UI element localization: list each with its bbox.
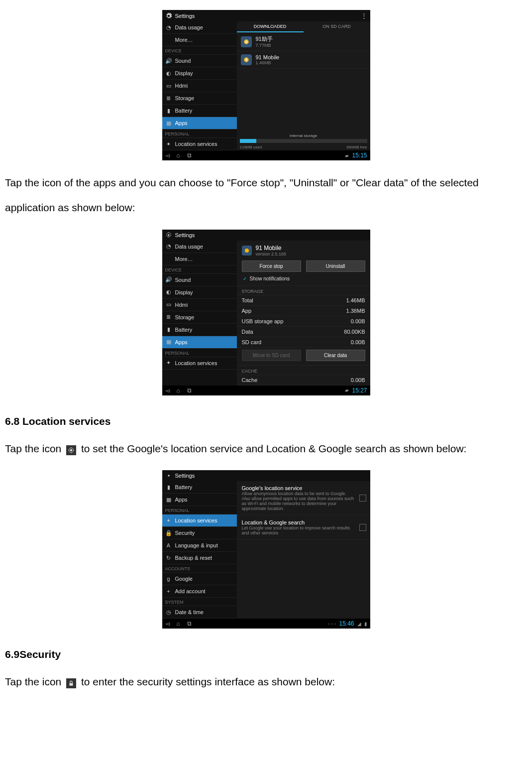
sidebar-item-google[interactable]: gGoogle — [162, 573, 237, 585]
clock-icon: ◷ — [165, 609, 172, 616]
sidebar-item-location[interactable]: ✦Location services — [162, 514, 237, 527]
app-icon — [242, 246, 252, 256]
home-button[interactable]: ⌂ — [177, 387, 180, 394]
sidebar-item-security[interactable]: 🔒Security — [162, 527, 237, 539]
back-button[interactable]: ◅ — [165, 620, 170, 627]
sidebar-item-storage[interactable]: ≣Storage — [162, 92, 237, 105]
wifi-icon: ◢ — [357, 621, 361, 627]
display-icon: ◐ — [165, 70, 172, 77]
sidebar-item-display[interactable]: ◐Display — [162, 67, 237, 80]
item-subtitle: Let Google use your location to improve … — [242, 525, 355, 535]
recent-button[interactable]: ⧉ — [187, 387, 192, 394]
sidebar-section-personal: PERSONAL — [162, 129, 237, 138]
app-size: 7.77MB — [256, 43, 273, 48]
back-button[interactable]: ◅ — [165, 387, 170, 394]
uninstall-button[interactable]: Uninstall — [306, 260, 365, 272]
location-icon: ✦ — [165, 517, 172, 524]
battery-icon: ▮ — [165, 326, 172, 333]
kv-sd-value: 0.00B — [351, 339, 365, 345]
sidebar-item-hdmi[interactable]: ▭Hdmi — [162, 299, 237, 311]
sidebar-item-sound[interactable]: 🔊Sound — [162, 274, 237, 286]
svg-rect-7 — [70, 683, 73, 686]
apps-icon: ▦ — [165, 496, 172, 503]
svg-point-3 — [245, 249, 249, 253]
paragraph: Tap the icon of the apps and you can cho… — [5, 170, 527, 221]
sound-icon: 🔊 — [165, 276, 172, 283]
home-button[interactable]: ⌂ — [177, 152, 180, 159]
app-name: 91助手 — [256, 35, 273, 43]
plus-icon: + — [165, 588, 172, 595]
storage-indicator: Internal storage 118MB used 890MB free — [237, 131, 370, 150]
checkbox[interactable] — [359, 524, 366, 531]
google-location-service-toggle[interactable]: Google's location service Allow anonymou… — [237, 481, 370, 515]
sidebar-item-date-time[interactable]: ◷Date & time — [162, 606, 237, 619]
sidebar-item-battery[interactable]: ▮Battery — [162, 481, 237, 494]
sidebar-section-device: DEVICE — [162, 46, 237, 55]
tab-downloaded[interactable]: DOWNLOADED — [237, 21, 304, 32]
app-list-item[interactable]: 91助手 7.77MB — [237, 32, 370, 51]
kv-data-value: 80.00KB — [344, 329, 365, 335]
sidebar-item-storage[interactable]: ≣Storage — [162, 311, 237, 324]
battery-icon: ▮ — [165, 107, 172, 114]
checkbox[interactable] — [359, 495, 366, 502]
clock: 15:27 — [352, 387, 367, 394]
sidebar-item-battery[interactable]: ▮Battery — [162, 105, 237, 117]
sidebar-item-hdmi[interactable]: ▭Hdmi — [162, 80, 237, 92]
data-usage-icon: ◔ — [165, 24, 172, 31]
sidebar-item-language[interactable]: ALanguage & input — [162, 539, 237, 552]
title-text: Settings — [175, 473, 195, 479]
apps-icon: ▦ — [165, 339, 172, 346]
sidebar-item-location[interactable]: ✦Location services — [162, 138, 237, 150]
location-icon — [66, 445, 76, 455]
location-icon: ✦ — [165, 360, 172, 367]
sidebar-item-location[interactable]: ✦Location services — [162, 357, 237, 370]
sidebar-item-data-usage[interactable]: ◔Data usage — [162, 21, 237, 34]
item-subtitle: Allow anonymous location data to be sent… — [242, 491, 355, 511]
show-notifications-checkbox[interactable]: Show notifications — [237, 274, 370, 286]
screenshot-location-services: Settings ▮Battery ▦Apps PERSONAL ✦Locati… — [162, 470, 370, 629]
sidebar-item-add-account[interactable]: +Add account — [162, 585, 237, 598]
sidebar-item-more[interactable]: More… — [162, 253, 237, 265]
google-icon: g — [165, 575, 172, 582]
sidebar-item-sound[interactable]: 🔊Sound — [162, 55, 237, 67]
app-icon — [241, 54, 252, 65]
sidebar-item-more[interactable]: More… — [162, 34, 237, 46]
storage-free: 890MB free — [346, 145, 367, 149]
sidebar-item-backup[interactable]: ↻Backup & reset — [162, 552, 237, 564]
svg-point-2 — [168, 234, 170, 236]
lock-icon — [66, 678, 76, 688]
overflow-menu-icon[interactable]: ⋮ — [361, 12, 367, 19]
item-title: Location & Google search — [242, 519, 355, 525]
battery-icon: ▮ — [364, 621, 367, 627]
clear-data-button[interactable]: Clear data — [306, 350, 365, 361]
sidebar-item-data-usage[interactable]: ◔Data usage — [162, 241, 237, 253]
settings-sidebar: ◔Data usage More… DEVICE 🔊Sound ◐Display… — [162, 21, 237, 150]
tab-sd-card[interactable]: ON SD CARD — [304, 21, 370, 32]
home-button[interactable]: ⌂ — [177, 620, 180, 627]
language-icon: A — [165, 542, 172, 549]
back-button[interactable]: ◅ — [165, 152, 170, 159]
sidebar-section-system: SYSTEM — [162, 598, 237, 606]
app-list-item[interactable]: 91 Mobile 1.46MB — [237, 51, 370, 69]
recent-button[interactable]: ⧉ — [187, 620, 192, 627]
system-navbar: ◅ ⌂ ⧉ ▰ 15:27 — [162, 385, 370, 395]
location-google-search-toggle[interactable]: Location & Google search Let Google use … — [237, 515, 370, 540]
sidebar-item-apps[interactable]: ▦Apps — [162, 336, 237, 349]
location-icon: ✦ — [165, 140, 172, 147]
sidebar-item-apps[interactable]: ▦Apps — [162, 494, 237, 506]
kv-app-value: 1.38MB — [346, 308, 365, 314]
sidebar-item-display[interactable]: ◐Display — [162, 286, 237, 299]
kv-total-value: 1.46MB — [346, 297, 365, 303]
kv-app-label: App — [242, 308, 252, 314]
kv-total-label: Total — [242, 297, 253, 303]
recent-button[interactable]: ⧉ — [187, 152, 192, 159]
svg-point-6 — [168, 475, 170, 477]
sidebar-section-personal: PERSONAL — [162, 349, 237, 357]
app-name: 91 Mobile — [256, 245, 287, 252]
sidebar-section-device: DEVICE — [162, 265, 237, 274]
sidebar-item-battery[interactable]: ▮Battery — [162, 324, 237, 336]
apps-icon: ▦ — [165, 120, 172, 127]
force-stop-button[interactable]: Force stop — [242, 260, 301, 272]
sidebar-item-apps[interactable]: ▦Apps — [162, 117, 237, 129]
title-text: Settings — [175, 232, 195, 238]
